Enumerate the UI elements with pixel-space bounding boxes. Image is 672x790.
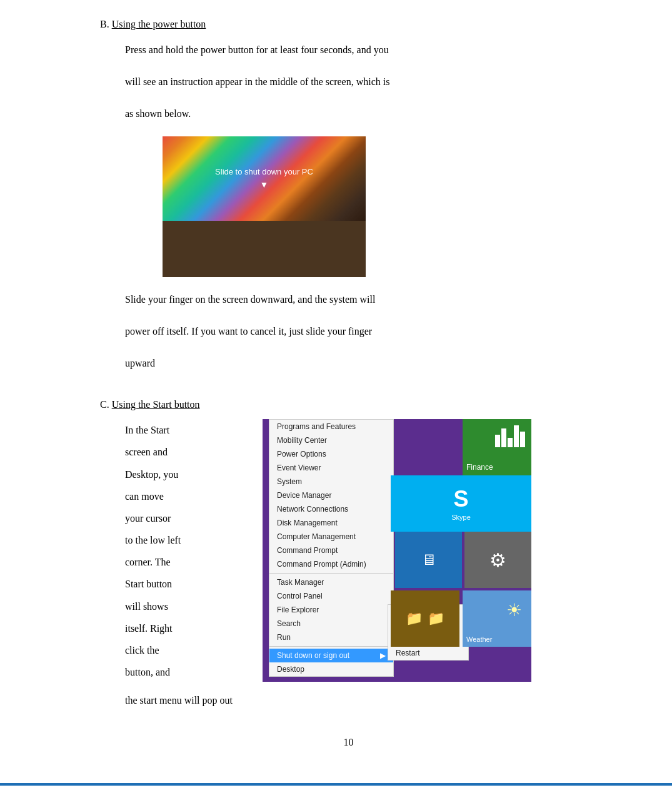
menu-item-cmd[interactable]: Command Prompt	[269, 544, 393, 557]
sc-para11: click the	[125, 639, 250, 661]
sc-para4: can move	[125, 485, 250, 507]
menu-separator-2	[269, 646, 393, 647]
menu-item-power[interactable]: Power Options	[269, 447, 393, 461]
gear-icon: ⚙	[489, 549, 506, 571]
slide-shutdown-image: Slide to shut down your PC ▼	[163, 136, 366, 277]
section-c-text-block: In the Start screen and Desktop, you can…	[125, 419, 250, 683]
bar5	[520, 432, 525, 447]
section-b-para2: will see an instruction appear in the mi…	[125, 71, 597, 93]
section-b-after-para1: Slide your finger on the screen downward…	[125, 288, 597, 310]
tile-finance[interactable]: Finance	[463, 419, 531, 475]
page-number: 10	[100, 737, 597, 748]
slide-text: Slide to shut down your PC	[215, 167, 313, 176]
section-b: B. Using the power button Press and hold…	[100, 19, 597, 374]
bar1	[495, 435, 500, 447]
win8-background: Programs and Features Mobility Center Po…	[263, 419, 531, 682]
menu-item-taskmgr[interactable]: Task Manager	[269, 575, 393, 589]
section-b-para1: Press and hold the power button for at l…	[125, 39, 597, 61]
tile-gear[interactable]: ⚙	[464, 532, 531, 588]
sc-para7: corner. The	[125, 551, 250, 573]
menu-item-explorer[interactable]: File Explorer	[269, 603, 393, 617]
tile-weather-label: Weather	[466, 636, 492, 643]
tile-finance-label: Finance	[466, 463, 493, 472]
sc-para8: Start button	[125, 573, 250, 595]
monitor-icon: 🖥	[421, 551, 436, 569]
sub-menu-restart[interactable]: Restart	[388, 646, 468, 660]
bottom-border	[0, 783, 672, 786]
menu-item-search[interactable]: Search	[269, 617, 393, 630]
slide-top: Slide to shut down your PC ▼	[163, 136, 366, 221]
section-b-after-para3: upward	[125, 352, 597, 374]
skype-logo-icon: S	[453, 486, 468, 512]
section-b-label: B. Using the power button	[100, 19, 597, 30]
bar3	[508, 438, 513, 447]
section-c-last-para: the start menu will pop out	[125, 689, 597, 711]
menu-item-disk[interactable]: Disk Management	[269, 516, 393, 530]
menu-item-mobility[interactable]: Mobility Center	[269, 433, 393, 447]
menu-item-run[interactable]: Run	[269, 630, 393, 644]
section-c: C. Using the Start button In the Start s…	[100, 399, 597, 711]
sc-para2: screen and	[125, 441, 250, 463]
weather-sun-icon: ☀	[506, 600, 522, 620]
bar2	[501, 428, 506, 447]
finance-bars-icon	[495, 425, 525, 447]
section-b-para3: as shown below.	[125, 103, 597, 124]
menu-item-computer[interactable]: Computer Management	[269, 530, 393, 544]
menu-item-programs[interactable]: Programs and Features	[269, 420, 393, 433]
tile-folders[interactable]: 📁 📁	[391, 590, 459, 647]
slide-arrow-icon: ▼	[260, 180, 269, 190]
shutdown-label: Shut down or sign out	[277, 651, 349, 660]
menu-item-desktop[interactable]: Desktop	[269, 662, 393, 676]
page-number-value: 10	[344, 737, 354, 747]
slide-bottom	[163, 221, 366, 277]
section-b-title-link[interactable]: Using the power button	[112, 19, 206, 29]
section-c-letter: C.	[100, 399, 109, 410]
win8-screenshot: Programs and Features Mobility Center Po…	[263, 419, 531, 682]
menu-item-cmd-admin[interactable]: Command Prompt (Admin)	[269, 557, 393, 571]
submenu-arrow-icon: ▶	[380, 651, 386, 660]
section-c-title-link[interactable]: Using the Start button	[112, 399, 200, 410]
tile-two-container: 🖥 ⚙	[395, 532, 531, 588]
folder-icon-2: 📁	[428, 610, 444, 627]
menu-item-event[interactable]: Event Viewer	[269, 461, 393, 475]
menu-item-control[interactable]: Control Panel	[269, 589, 393, 603]
menu-separator-1	[269, 573, 393, 574]
menu-item-shutdown[interactable]: Shut down or sign out ▶	[269, 649, 393, 662]
tile-monitor[interactable]: 🖥	[395, 532, 462, 588]
sc-para9: will shows	[125, 595, 250, 617]
tile-weather[interactable]: ☀ Weather	[463, 590, 531, 647]
sc-para5: your cursor	[125, 507, 250, 529]
slide-shutdown-img: Slide to shut down your PC ▼	[163, 136, 366, 277]
section-c-inner: In the Start screen and Desktop, you can…	[125, 419, 597, 683]
bar4	[514, 425, 519, 447]
menu-item-device[interactable]: Device Manager	[269, 489, 393, 502]
sc-para12: button, and	[125, 661, 250, 683]
sc-para3: Desktop, you	[125, 463, 250, 485]
section-b-letter: B.	[100, 19, 109, 29]
context-menu: Programs and Features Mobility Center Po…	[269, 419, 394, 677]
tile-skype-label: Skype	[451, 514, 471, 521]
sc-para1: In the Start	[125, 419, 250, 441]
section-b-after-para2: power off itself. If you want to cancel …	[125, 320, 597, 342]
sc-para6: to the low left	[125, 529, 250, 551]
menu-item-network[interactable]: Network Connections	[269, 502, 393, 516]
menu-item-system[interactable]: System	[269, 475, 393, 489]
folder-icon-1: 📁	[406, 610, 423, 627]
section-c-label: C. Using the Start button	[100, 399, 597, 410]
page-container: B. Using the power button Press and hold…	[0, 0, 672, 786]
sc-para10: itself. Right	[125, 617, 250, 639]
tile-skype[interactable]: S Skype	[391, 475, 531, 532]
